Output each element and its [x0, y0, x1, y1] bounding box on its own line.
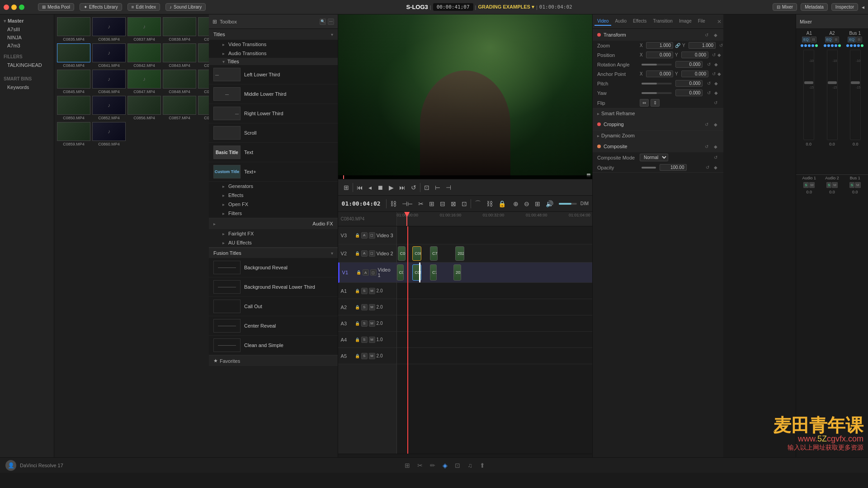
clip-c0846[interactable]: ♪ C0846.MP4 — [92, 70, 126, 94]
tab-transition[interactable]: Transition — [650, 17, 675, 26]
clip-c0838[interactable]: C0838.MP4 — [163, 17, 196, 42]
anchor-reset-btn[interactable]: ↺ — [712, 71, 716, 77]
flip-v-btn[interactable]: ⇕ — [651, 99, 660, 107]
clip-2020072-v1[interactable]: 2020072... — [453, 264, 461, 281]
clip-c0843[interactable]: C0843.MP4 — [163, 43, 196, 68]
flip-reset-btn[interactable]: ↺ — [712, 100, 719, 106]
scroll-item[interactable]: Scroll — [209, 123, 338, 143]
anchor-kf-btn[interactable]: ◆ — [717, 71, 721, 77]
clip-c0850[interactable]: C0850.MP4 — [57, 96, 90, 120]
a1-s-btn[interactable]: S — [803, 182, 808, 188]
v3-auto-btn[interactable]: A — [361, 232, 368, 239]
opacity-kf-btn[interactable]: ◆ — [712, 164, 719, 171]
bus1-fader-area[interactable]: -10 -15 — [850, 50, 861, 140]
left-lower-third-item[interactable]: — Left Lower Third — [209, 65, 338, 84]
play-btn[interactable]: ▶ — [387, 183, 396, 192]
slip-btn[interactable]: ⊠ — [449, 199, 458, 208]
pitch-slider[interactable] — [642, 83, 672, 84]
bus1-eq-btn[interactable]: EQ — [848, 37, 856, 42]
bin-talkinghead[interactable]: TALKINGHEAD — [0, 61, 54, 69]
bg-reveal-item[interactable]: Background Reveal — [209, 258, 338, 277]
minimize-button[interactable] — [11, 5, 17, 10]
pitch-reset-btn[interactable]: ↺ — [706, 80, 712, 87]
clip-c0860[interactable]: ♪ C0860.MP4 — [92, 122, 126, 146]
au-effects-item[interactable]: ▸ AU Effects — [209, 238, 338, 247]
composite-mode-reset-btn[interactable]: ↺ — [712, 155, 719, 161]
a3-m-btn[interactable]: M — [369, 320, 375, 327]
clip-c0841[interactable]: ♪ C0841.MP4 — [92, 43, 126, 68]
v1-auto-btn[interactable]: A — [363, 269, 369, 276]
dynamic-zoom-section[interactable]: ▸ Dynamic Zoom — [593, 131, 723, 141]
filters-item[interactable]: ▸ Filters — [209, 209, 338, 218]
fairlight-icon[interactable]: ♫ — [467, 462, 472, 469]
position-kf-btn[interactable]: ◆ — [717, 52, 721, 58]
bus1-extra-btn[interactable]: ⊟ — [856, 37, 862, 42]
opacity-input[interactable] — [660, 164, 687, 171]
composite-header[interactable]: Composite ↺ ◆ — [593, 141, 723, 152]
clean-simple-item[interactable]: Clean and Simple — [209, 336, 338, 355]
bin-a7siii[interactable]: A7sIII — [0, 25, 54, 33]
close-inspector-btn[interactable]: ✕ — [717, 19, 722, 25]
tab-effects[interactable]: Effects — [630, 17, 649, 26]
maximize-button[interactable] — [19, 5, 24, 10]
a5-s-btn[interactable]: S — [361, 353, 368, 359]
a1-m-btn[interactable]: M — [369, 288, 375, 294]
full-screen-btn[interactable]: ⊡ — [422, 183, 431, 192]
zoom-x-input[interactable] — [646, 42, 673, 49]
curve-btn[interactable]: ⌒ — [473, 199, 483, 209]
prev-frame-btn[interactable]: ⊣ — [444, 183, 453, 192]
next-frame-btn[interactable]: ⊢ — [433, 183, 442, 192]
fairlight-fx-item[interactable]: ▸ Fairlight FX — [209, 229, 338, 238]
textplus-item[interactable]: Custom Title Text+ — [209, 162, 338, 182]
sound-library-tab[interactable]: ♪ Sound Library — [165, 3, 206, 11]
tab-image[interactable]: Image — [676, 17, 694, 26]
link-btn[interactable]: ⛓ — [388, 199, 398, 208]
media-pool-tab[interactable]: ⊞ Media Pool — [38, 3, 74, 11]
bin-ninja[interactable]: NINJA — [0, 33, 54, 42]
transform-header[interactable]: Transform ↺ ◆ — [593, 29, 723, 41]
a2-m-ch-btn[interactable]: M — [832, 182, 838, 188]
a4-m-btn[interactable]: M — [369, 337, 375, 343]
audio-fx-header[interactable]: ▸ Audio FX — [209, 218, 338, 229]
a2-extra-btn[interactable]: ⊟ — [833, 37, 839, 42]
tab-file[interactable]: File — [695, 17, 708, 26]
rotation-input[interactable] — [675, 61, 703, 68]
position-reset-btn[interactable]: ↺ — [712, 52, 716, 58]
clip-c0847[interactable]: ♪ C0847.MP4 — [127, 70, 161, 94]
metadata-btn[interactable]: Metadata — [801, 3, 828, 11]
fusion-titles-header[interactable]: Fusion Titles ▾ — [209, 248, 338, 258]
cut-icon[interactable]: ✂ — [417, 462, 423, 469]
v3-vis-btn[interactable]: ◻ — [369, 232, 375, 239]
right-lower-third-item[interactable]: — Right Lower Third — [209, 104, 338, 123]
clip-c0858[interactable]: C0858.MP4 — [198, 96, 209, 120]
center-reveal-item[interactable]: Center Reveal — [209, 316, 338, 336]
deliver-icon[interactable]: ⬆ — [480, 462, 485, 469]
a1-fader[interactable] — [804, 81, 813, 84]
clip-c0856[interactable]: C0856.MP4 — [127, 96, 161, 120]
timecode-main[interactable]: 00:00:41;07 — [433, 3, 473, 11]
a2-fader[interactable] — [828, 81, 837, 84]
clip-c0840[interactable]: C0840.MP4 — [57, 43, 90, 68]
slide-btn[interactable]: ⊡ — [460, 199, 469, 208]
yaw-slider[interactable] — [642, 92, 672, 94]
blade-btn[interactable]: ✂ — [416, 199, 425, 208]
clip-c085-v2[interactable]: C085... — [412, 246, 421, 261]
flip-h-btn[interactable]: ⇔ — [640, 99, 649, 107]
opacity-reset-btn[interactable]: ↺ — [704, 164, 711, 171]
anchor-x-input[interactable] — [646, 70, 673, 77]
timeline-scrollbar[interactable] — [338, 454, 592, 457]
a2-s-btn[interactable]: S — [826, 182, 831, 188]
clip-c0859[interactable]: C0859.MP4 — [57, 122, 90, 146]
speaker-btn[interactable]: 🔊 — [544, 199, 555, 208]
call-out-item[interactable]: Call Out — [209, 297, 338, 316]
position-y-input[interactable] — [681, 52, 708, 58]
color-icon[interactable]: ⊡ — [455, 462, 460, 469]
skip-to-end-btn[interactable]: ⏭ — [397, 183, 407, 192]
rotation-slider[interactable] — [642, 64, 672, 66]
toolbox-menu-btn[interactable]: ⋯ — [328, 19, 334, 25]
fit-btn[interactable]: ⊞ — [533, 199, 542, 208]
composite-mode-select[interactable]: Normal — [640, 154, 668, 161]
play-reverse-btn[interactable]: ◂ — [367, 183, 373, 192]
yaw-kf-btn[interactable]: ◆ — [713, 90, 719, 96]
fusion-icon[interactable]: ◈ — [443, 462, 448, 469]
